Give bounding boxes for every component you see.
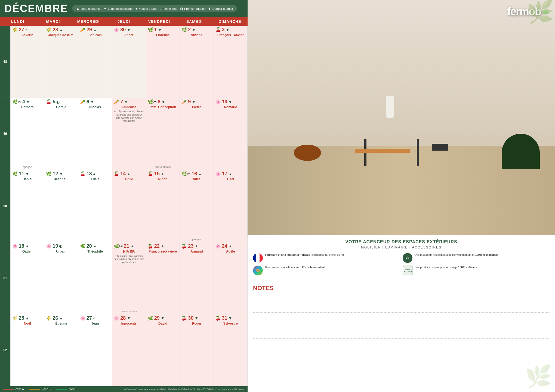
cell-28-nov: 🌾28▲ Jacques de la M. (44, 26, 78, 98)
moon-pleine-icon: ○ (159, 7, 162, 11)
cell-28: 🌸28▼ Innocents (112, 314, 146, 386)
moon-premier: ◑ Premier quartier (180, 7, 206, 11)
zone-a-label: Zone A (15, 388, 24, 391)
zone-a: Zone A (3, 388, 24, 391)
cell-13: 🍒13● Lucie (78, 170, 112, 242)
moon-premier-label: Premier quartier (184, 7, 206, 10)
notes-title: NOTES (253, 285, 550, 293)
zone-c-label: Zone C (69, 388, 78, 391)
zone-legend: Zone A Zone B Zone C À l'heure où nous i… (0, 386, 248, 392)
cell-26: 🌾26▲ Étienne (44, 314, 78, 386)
cell-27-nov: 🌾27○ Séverin (11, 26, 44, 98)
week-51: 51 (0, 242, 10, 314)
cell-18: 🌸18▲ Gatien (11, 242, 44, 314)
recycle-icon: ♻ (403, 253, 412, 263)
moon-nouvelle-icon: ● (135, 7, 137, 11)
cell-20: 🌿20▲ Théophile (78, 242, 112, 314)
note-line-3 (253, 314, 550, 321)
cell-9: 🥕9▼ Pierre (180, 98, 214, 170)
zone-c: Zone C (56, 388, 78, 391)
wall-element (248, 0, 555, 153)
cell-31: 🍒31▼ Sylvestre (214, 314, 248, 386)
week-48: 48 (0, 26, 10, 98)
calendar-body: 48 49 50 51 52 🌾27○ Séverin 🌾28▲ Jacques… (0, 26, 248, 386)
cell-6: 🥕6▼ Nicolas (78, 98, 112, 170)
feature-recyclable: ♻ Des matériaux respectueux de l'environ… (403, 253, 550, 263)
product-sub: MOBILIER | LUMINAIRE | ACCESSOIRES (253, 245, 550, 249)
moon-pleine: ○ Pleine lune (159, 7, 177, 11)
shoes (432, 144, 448, 151)
cell-29: 🌿29▼ David (146, 314, 180, 386)
day-headers: LUNDI MARDI MERCREDI JEUDI VENDREDI SAME… (0, 17, 248, 26)
zone-b-line (29, 389, 40, 390)
cell-8: 🌿✂8▼ Imm. Conception nœud lunaire (146, 98, 180, 170)
ad-area: fermob 🌿 (248, 0, 555, 235)
cell-23: 🍒23▲ Armand (180, 242, 214, 314)
zone-note: À l'heure où nous imprimons, les dates o… (124, 388, 245, 391)
deco-branch-bottom: 🌿 (525, 364, 552, 389)
note-line-2 (253, 305, 550, 313)
feature-palette-text: Une palette colorielle unique : 17 coule… (265, 266, 325, 269)
palette-icon: 🎨 (253, 266, 263, 275)
cell-29-nov: 🥕29▲ Saturnin (78, 26, 112, 98)
moon-descendante-label: Lune descendante (108, 7, 133, 10)
note-line-1 (253, 296, 550, 304)
vase (386, 96, 394, 118)
moon-descendante: ▼ Lune descendante (103, 7, 132, 11)
day-jeudi: JEUDI (106, 17, 141, 26)
zone-b: Zone B (29, 388, 51, 391)
deco-branch-top: 🌿 (526, 0, 555, 24)
cell-4: 🌿✂4▼ Barbara apogée (11, 98, 44, 170)
cell-12: 🌿12▼ Jeanne-F (44, 170, 78, 242)
calendar-header: DÉCEMBRE ▲ Lune montante ▼ Lune descenda… (0, 0, 248, 17)
cell-14: 🍒14▲ Odile (112, 170, 146, 242)
moon-pleine-label: Pleine lune (163, 7, 177, 10)
features-grid: Fabricant et site industriel français : … (253, 253, 550, 275)
cell-30-nov: 🌸30▼ André (112, 26, 146, 98)
outdoor-badge-icon: 100% OUTDOOR (403, 266, 412, 275)
moon-dernier-icon: ◐ (208, 7, 211, 11)
notes-section: NOTES 🌿 (248, 280, 555, 392)
day-mardi: MARDI (35, 17, 71, 26)
cell-19: 🌸19◐ Urbain (44, 242, 78, 314)
zone-b-label: Zone B (42, 388, 51, 391)
moon-dernier: ◐ Dernier quartier (208, 7, 233, 11)
round-table (294, 145, 321, 161)
french-flag-icon (253, 253, 263, 263)
moon-nouvelle: ● Nouvelle lune (135, 7, 157, 11)
day-lundi: LUNDI (0, 17, 35, 26)
cell-25: 🌾25▲ Noël (11, 314, 44, 386)
cell-24: 🌸24▲ Adèle (214, 242, 248, 314)
cell-1: 🌿1▼ Florence (146, 26, 180, 98)
day-mercredi: MERCREDI (71, 17, 106, 26)
chair (502, 134, 540, 169)
feature-fabricant: Fabricant et site industriel français : … (253, 253, 400, 263)
table-leg-2 (417, 139, 419, 166)
cell-10: 🌸10▼ Romaric (214, 98, 248, 170)
feature-recyclable-text: Des matériaux respectueux de l'environne… (415, 253, 498, 257)
feature-fabricant-text: Fabricant et site industriel français : … (265, 253, 344, 257)
cell-21: 🌿✂21▲ HIVER A la maison, faites germer d… (112, 242, 146, 314)
day-samedi: SAMEDI (177, 17, 212, 26)
cell-7: 🥕7▼ Ambroise En régions douces, plantez … (112, 98, 146, 170)
moon-legend: ▲ Lune montante ▼ Lune descendante ● Nou… (72, 5, 237, 12)
feature-outdoor: 100% OUTDOOR Des produits conçus pour un… (403, 266, 550, 275)
moon-premier-icon: ◑ (180, 7, 183, 11)
right-section: fermob 🌿 VOTRE AGENCEUR DES ESPACES EXTÉ… (248, 0, 555, 392)
calendar-grid: 🌾27○ Séverin 🌾28▲ Jacques de la M. 🥕29▲ … (10, 26, 248, 386)
cell-11: 🌿11▼ Daniel (11, 170, 44, 242)
moon-descendante-icon: ▼ (103, 7, 107, 11)
note-line-5 (253, 331, 550, 339)
moon-dernier-label: Dernier quartier (212, 7, 233, 10)
moon-montante: ▲ Lune montante (76, 7, 100, 11)
photo-background (248, 0, 555, 235)
main-table (355, 149, 410, 153)
feature-palette: 🎨 Une palette colorielle unique : 17 cou… (253, 266, 400, 275)
month-title: DÉCEMBRE (4, 3, 68, 14)
cell-5: 🍒5◐ Gérald (44, 98, 78, 170)
week-50: 50 (0, 170, 10, 242)
cell-2: 🌿2▼ Viviane (180, 26, 214, 98)
feature-outdoor-text: Des produits conçus pour un usage 100% e… (415, 266, 477, 269)
day-dimanche: DIMANCHE (212, 17, 248, 26)
table-leg-1 (364, 139, 366, 166)
